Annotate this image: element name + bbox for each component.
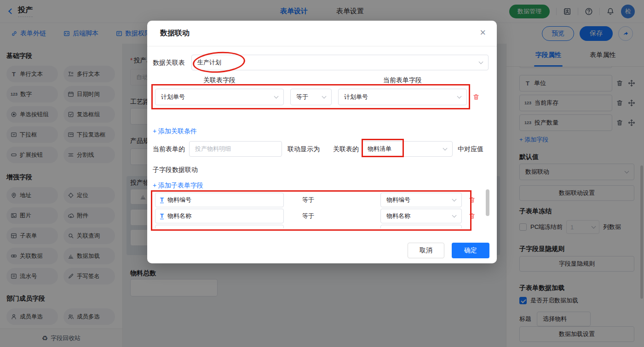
column-header-right: 当前表单字段: [338, 76, 467, 85]
subfield-row: T物料名称 等于 物料名称: [155, 209, 483, 223]
subfield-field-box[interactable]: [155, 225, 284, 228]
chevron-down-icon: [443, 146, 448, 150]
subfield-row: T物料编号 等于 物料编号: [155, 193, 483, 207]
trash-icon[interactable]: [468, 196, 476, 204]
add-condition-link[interactable]: + 添加关联条件: [153, 127, 197, 136]
chevron-down-icon: [274, 94, 279, 98]
subfield-row-partial: [155, 225, 483, 228]
add-subfield-link[interactable]: + 添加子表单字段: [153, 182, 203, 190]
display-as-label: 联动显示为: [288, 145, 320, 154]
modal-title: 数据联动: [160, 28, 190, 38]
subfield-field-box[interactable]: T物料名称: [155, 209, 284, 223]
column-header-left: 关联表字段: [155, 76, 284, 85]
relation-table-select[interactable]: 生产计划: [191, 55, 489, 70]
cancel-button[interactable]: 取消: [408, 243, 444, 258]
condition-right-select[interactable]: 计划单号: [338, 89, 467, 105]
subfield-value-select[interactable]: [380, 225, 462, 228]
current-form-input[interactable]: 投产物料明细: [189, 141, 282, 157]
chevron-down-icon: [457, 94, 462, 98]
modal-scrollbar[interactable]: [486, 189, 489, 216]
chevron-down-icon: [452, 213, 457, 217]
subfield-value-select[interactable]: 物料名称: [380, 209, 462, 223]
chevron-down-icon: [322, 94, 327, 98]
text-icon: T: [160, 213, 164, 220]
trash-icon[interactable]: [468, 212, 476, 220]
trash-icon[interactable]: [472, 93, 480, 101]
app-root: 投产 表单设计 表单设置 数据管理 检 表单外链 后端脚本 数据权限: [0, 0, 644, 347]
operator-text: 等于: [302, 212, 316, 220]
suffix-label: 中对应值: [458, 145, 483, 154]
subfield-section-title: 子字段数据联动: [153, 166, 198, 174]
condition-left-select[interactable]: 计划单号: [155, 89, 284, 105]
data-linkage-modal: 数据联动 × 数据关联表 生产计划 关联表字段 当前表单字段 计划单号 等于 计…: [147, 21, 497, 263]
related-table-label: 关联表的: [333, 145, 359, 154]
operator-text: 等于: [302, 196, 316, 204]
relation-table-label: 数据关联表: [153, 59, 185, 67]
modal-header: 数据联动: [147, 21, 497, 46]
close-icon[interactable]: ×: [480, 28, 486, 38]
chevron-down-icon: [479, 59, 483, 64]
subfield-value-select[interactable]: 物料编号: [380, 193, 462, 207]
text-icon: T: [160, 197, 164, 204]
subfield-field-box[interactable]: T物料编号: [155, 193, 284, 207]
chevron-down-icon: [452, 197, 457, 201]
condition-operator-select[interactable]: 等于: [290, 89, 332, 105]
related-field-select[interactable]: 物料清单: [362, 141, 453, 157]
modal-footer: 取消 确定: [408, 243, 489, 258]
confirm-button[interactable]: 确定: [452, 243, 489, 258]
subfield-rows: T物料编号 等于 物料编号 T物料名称 等于 物料名称: [155, 193, 483, 228]
current-form-label: 当前表单的: [153, 145, 185, 154]
